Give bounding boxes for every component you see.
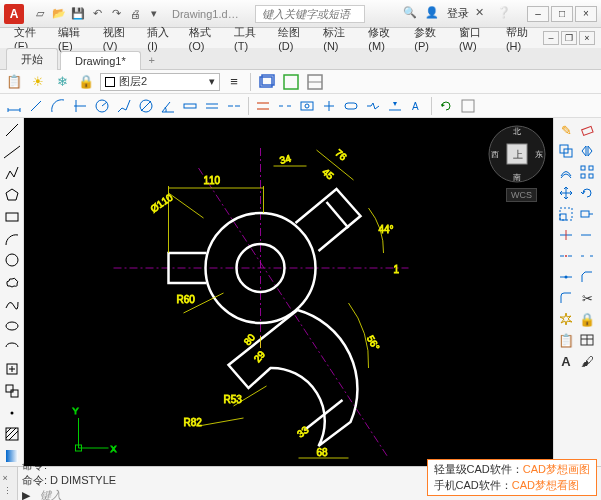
undo-icon[interactable]: ↶	[89, 6, 105, 22]
revision-cloud-icon[interactable]	[2, 272, 22, 292]
break-icon[interactable]	[577, 246, 597, 266]
trim-icon[interactable]	[556, 225, 576, 245]
ellipse-icon[interactable]	[2, 316, 22, 336]
jogged-linear-icon[interactable]	[363, 96, 383, 116]
copy-icon[interactable]	[556, 141, 576, 161]
menu-dim[interactable]: 标注(N)	[315, 23, 360, 54]
scale-icon[interactable]	[556, 204, 576, 224]
dim-radius-icon[interactable]	[92, 96, 112, 116]
dim-arc-icon[interactable]	[48, 96, 68, 116]
offset-icon[interactable]	[556, 162, 576, 182]
text-icon[interactable]: A	[556, 351, 576, 371]
layer-selector[interactable]: 图层2 ▾	[100, 73, 220, 91]
line-icon[interactable]	[2, 120, 22, 140]
rotate-icon[interactable]	[577, 183, 597, 203]
dim-diameter-icon[interactable]	[136, 96, 156, 116]
mdi-close-button[interactable]: ×	[579, 31, 595, 45]
tolerance-icon[interactable]	[297, 96, 317, 116]
info-icon[interactable]: ❔	[497, 6, 513, 22]
view-cube[interactable]: 上 北 南 东 西	[487, 124, 547, 184]
dim-space-icon[interactable]	[253, 96, 273, 116]
cmd-close-icon[interactable]: ×	[3, 473, 15, 485]
erase-icon[interactable]	[577, 120, 597, 140]
make-block-icon[interactable]	[2, 381, 22, 401]
inspection-icon[interactable]	[341, 96, 361, 116]
pencil-icon[interactable]: ✎	[556, 120, 576, 140]
hatch-icon[interactable]	[2, 425, 22, 445]
exchange-icon[interactable]: ✕	[475, 6, 491, 22]
array-icon[interactable]	[577, 162, 597, 182]
layer-lock-icon[interactable]: 🔒	[76, 72, 96, 92]
dim-update-icon[interactable]	[436, 96, 456, 116]
dim-break-icon[interactable]	[275, 96, 295, 116]
layer-freeze-icon[interactable]: ❄	[52, 72, 72, 92]
menu-tools[interactable]: 工具(T)	[226, 23, 270, 54]
open-icon[interactable]: 📂	[51, 6, 67, 22]
dim-text-edit-icon[interactable]: A	[407, 96, 427, 116]
menu-window[interactable]: 窗口(W)	[451, 23, 498, 54]
dim-ordinate-icon[interactable]	[70, 96, 90, 116]
tab-start[interactable]: 开始	[6, 48, 58, 70]
dim-quick-icon[interactable]	[180, 96, 200, 116]
point-icon[interactable]	[2, 403, 22, 423]
tab-add-button[interactable]: +	[143, 51, 161, 69]
break-at-point-icon[interactable]	[556, 246, 576, 266]
dim-jogged-icon[interactable]	[114, 96, 134, 116]
cmd-handle-icon[interactable]: ⋮	[3, 486, 15, 498]
menu-modify[interactable]: 修改(M)	[360, 23, 406, 54]
table-icon[interactable]	[577, 330, 597, 350]
circle-icon[interactable]	[2, 251, 22, 271]
search-input[interactable]	[255, 5, 365, 23]
tab-drawing1[interactable]: Drawing1*	[60, 51, 141, 70]
polygon-icon[interactable]	[2, 185, 22, 205]
app-logo[interactable]: A	[4, 4, 24, 24]
dim-continue-icon[interactable]	[224, 96, 244, 116]
mirror-icon[interactable]	[577, 141, 597, 161]
xline-icon[interactable]	[2, 142, 22, 162]
maximize-button[interactable]: □	[551, 6, 573, 22]
polyline-icon[interactable]	[2, 164, 22, 184]
move-icon[interactable]	[556, 183, 576, 203]
clipboard-icon[interactable]: 📋	[556, 330, 576, 350]
command-input[interactable]: 键入	[40, 488, 62, 500]
minimize-button[interactable]: –	[527, 6, 549, 22]
insert-block-icon[interactable]	[2, 359, 22, 379]
dim-linear-icon[interactable]	[4, 96, 24, 116]
chamfer-icon[interactable]	[577, 267, 597, 287]
scissors-icon[interactable]: ✂	[577, 288, 597, 308]
save-icon[interactable]: 💾	[70, 6, 86, 22]
dim-angular-icon[interactable]	[158, 96, 178, 116]
rectangle-icon[interactable]	[2, 207, 22, 227]
menu-insert[interactable]: 插入(I)	[139, 23, 180, 54]
dim-baseline-icon[interactable]	[202, 96, 222, 116]
new-icon[interactable]: ▱	[32, 6, 48, 22]
layer-match-icon[interactable]: ≡	[224, 72, 244, 92]
menu-draw[interactable]: 绘图(D)	[270, 23, 315, 54]
layer-states-icon[interactable]: ☀	[28, 72, 48, 92]
hatch-layers-icon[interactable]	[257, 72, 277, 92]
spline-icon[interactable]	[2, 294, 22, 314]
wcs-label[interactable]: WCS	[506, 188, 537, 202]
dim-aligned-icon[interactable]	[26, 96, 46, 116]
hatch-layers3-icon[interactable]	[305, 72, 325, 92]
menu-param[interactable]: 参数(P)	[406, 23, 451, 54]
arc-icon[interactable]	[2, 229, 22, 249]
search-icon[interactable]: 🔍	[403, 6, 419, 22]
stretch-icon[interactable]	[577, 204, 597, 224]
close-button[interactable]: ×	[575, 6, 597, 22]
hatch-layers2-icon[interactable]	[281, 72, 301, 92]
lock-icon[interactable]: 🔒	[577, 309, 597, 329]
join-icon[interactable]	[556, 267, 576, 287]
gradient-icon[interactable]	[2, 446, 22, 466]
fillet-icon[interactable]	[556, 288, 576, 308]
qat-dropdown-icon[interactable]: ▾	[146, 6, 162, 22]
mdi-restore-button[interactable]: ❐	[561, 31, 577, 45]
login-link[interactable]: 登录	[447, 6, 469, 21]
dim-edit-icon[interactable]	[385, 96, 405, 116]
explode-icon[interactable]	[556, 309, 576, 329]
drawing-canvas[interactable]: 110 34 76 45 44° 1 Ø110 R60 80 29	[24, 118, 553, 466]
mdi-minimize-button[interactable]: –	[543, 31, 559, 45]
dim-style-icon[interactable]	[458, 96, 478, 116]
center-mark-icon[interactable]	[319, 96, 339, 116]
paint-brush-icon[interactable]: 🖌	[577, 351, 597, 371]
